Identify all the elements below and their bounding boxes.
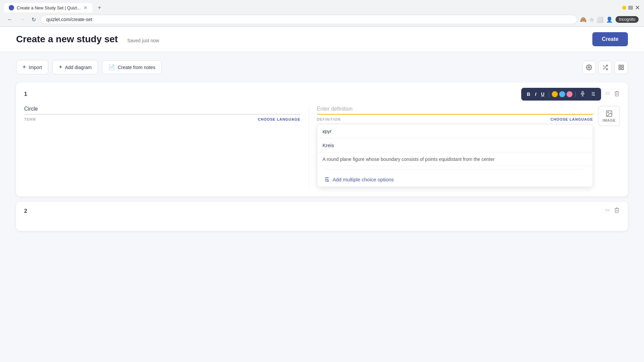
diagram-plus-icon: + (59, 64, 62, 71)
plus-icon: + (22, 64, 26, 71)
window-controls: ✕ (622, 4, 640, 11)
url-text: quizlet.com/create-set (46, 17, 572, 22)
suggestions-divider (325, 169, 585, 169)
suggestions-dropdown: круг Kreis A round plane figure whose bo… (317, 124, 593, 187)
svg-rect-4 (619, 65, 621, 67)
grid-icon (618, 64, 624, 70)
page-title: Create a new study set (16, 34, 118, 45)
app-header: Create a new study set Saved just now Cr… (0, 27, 644, 52)
card-1: 1 B I U (16, 82, 628, 196)
card-1-number: 1 (24, 91, 27, 97)
color-pink-button[interactable] (567, 91, 573, 97)
mic-icon (580, 91, 585, 96)
definition-choose-language[interactable]: CHOOSE LANGUAGE (550, 117, 593, 121)
trash-icon-2 (614, 207, 620, 213)
more-options-button[interactable] (588, 90, 597, 99)
card-2-header: 2 (16, 202, 628, 215)
back-button[interactable]: ← (5, 15, 15, 24)
url-bar[interactable]: quizlet.com/create-set (41, 15, 577, 24)
card-1-header: 1 B I U (16, 82, 628, 101)
create-button[interactable]: Create (592, 32, 628, 46)
definition-label: DEFINITION (317, 117, 341, 121)
svg-line-3 (603, 65, 604, 67)
forward-button[interactable]: → (17, 15, 27, 24)
term-choose-language[interactable]: CHOOSE LANGUAGE (258, 117, 301, 121)
drag-icon-2 (604, 207, 610, 213)
svg-rect-5 (622, 65, 624, 67)
term-label: TERM (24, 117, 36, 121)
extension-icon[interactable]: ⬜ (597, 16, 603, 23)
delete-card-1-button[interactable] (614, 90, 620, 98)
refresh-button[interactable]: ↻ (30, 15, 38, 24)
definition-underline (317, 114, 593, 115)
star-icon[interactable]: ☆ (589, 16, 594, 23)
toolbar-separator-1 (549, 92, 549, 97)
suggestion-item-0[interactable]: круг (317, 124, 593, 138)
list-plus-icon (323, 176, 329, 183)
delete-card-2-button[interactable] (614, 207, 620, 215)
address-bar: ← → ↻ quizlet.com/create-set 🙈 ☆ ⬜ 👤 Inc… (0, 13, 644, 26)
create-from-notes-button[interactable]: 📄 Create from notes (102, 60, 162, 74)
term-input[interactable] (24, 106, 301, 114)
eye-off-icon: 🙈 (580, 16, 587, 23)
tab-title: Create a New Study Set | Quizl... (17, 5, 81, 10)
favicon (9, 5, 14, 10)
toolbar-right (582, 61, 628, 74)
incognito-badge: Incognito (615, 16, 639, 23)
add-diagram-button[interactable]: + Add diagram (52, 60, 98, 74)
import-button[interactable]: + Import (16, 60, 48, 74)
definition-meta: DEFINITION CHOOSE LANGUAGE (317, 117, 593, 121)
profile-icon[interactable]: 👤 (606, 16, 613, 23)
term-field: TERM CHOOSE LANGUAGE (24, 106, 309, 187)
settings-button[interactable] (582, 61, 596, 74)
close-tab-button[interactable]: ✕ (84, 5, 88, 10)
address-icons: 🙈 ☆ ⬜ 👤 Incognito (580, 16, 639, 23)
definition-input[interactable] (317, 106, 593, 114)
active-tab[interactable]: Create a New Study Set | Quizl... ✕ (4, 3, 92, 12)
tab-bar: Create a New Study Set | Quizl... ✕ + (4, 3, 104, 12)
drag-handle-2[interactable] (604, 207, 610, 215)
shuffle-icon (602, 64, 608, 70)
image-icon (605, 110, 613, 117)
minimize-button[interactable] (622, 6, 626, 10)
color-blue-button[interactable] (559, 91, 565, 97)
toolbar-separator-2 (575, 92, 576, 97)
card-1-footer (16, 187, 628, 196)
svg-rect-8 (582, 91, 583, 94)
card-2: 2 (16, 202, 628, 231)
definition-field: DEFINITION CHOOSE LANGUAGE круг Kreis A … (309, 106, 620, 187)
add-choice-label: Add multiple choice options (333, 177, 394, 182)
underline-button[interactable]: U (539, 90, 546, 98)
mic-button[interactable] (578, 90, 587, 99)
toolbar: + Import + Add diagram 📄 Create from not… (0, 52, 644, 74)
browser-chrome: Create a New Study Set | Quizl... ✕ + ✕ … (0, 0, 644, 27)
image-label: IMAGE (603, 118, 616, 122)
card-2-number: 2 (24, 208, 27, 214)
notes-icon: 📄 (108, 64, 115, 70)
suggestion-item-1[interactable]: Kreis (317, 138, 593, 153)
term-meta: TERM CHOOSE LANGUAGE (24, 117, 301, 121)
bold-button[interactable]: B (525, 90, 532, 98)
saved-status: Saved just now (127, 38, 159, 43)
suggestion-item-2[interactable]: A round plane figure whose boundary cons… (317, 153, 593, 166)
svg-rect-6 (619, 68, 621, 69)
create-from-notes-label: Create from notes (118, 65, 155, 70)
grid-button[interactable] (614, 61, 628, 74)
format-toolbar: B I U (521, 88, 601, 101)
title-bar: Create a New Study Set | Quizl... ✕ + ✕ (0, 0, 644, 13)
drag-handle[interactable] (604, 90, 610, 98)
image-button[interactable]: IMAGE (598, 106, 620, 126)
color-yellow-button[interactable] (552, 91, 558, 97)
trash-icon (614, 90, 620, 97)
add-diagram-label: Add diagram (65, 65, 92, 70)
shuffle-button[interactable] (598, 61, 612, 74)
cards-area: 1 B I U (0, 74, 644, 239)
close-window-button[interactable]: ✕ (635, 4, 640, 11)
list-plus-icon (590, 91, 595, 97)
maximize-button[interactable] (628, 6, 633, 10)
card-1-fields: TERM CHOOSE LANGUAGE DEFINITION CHOOSE L… (16, 101, 628, 187)
italic-button[interactable]: I (533, 90, 538, 98)
gear-icon (586, 64, 592, 70)
add-multiple-choice-button[interactable]: Add multiple choice options (317, 172, 593, 187)
new-tab-button[interactable]: + (95, 3, 104, 12)
